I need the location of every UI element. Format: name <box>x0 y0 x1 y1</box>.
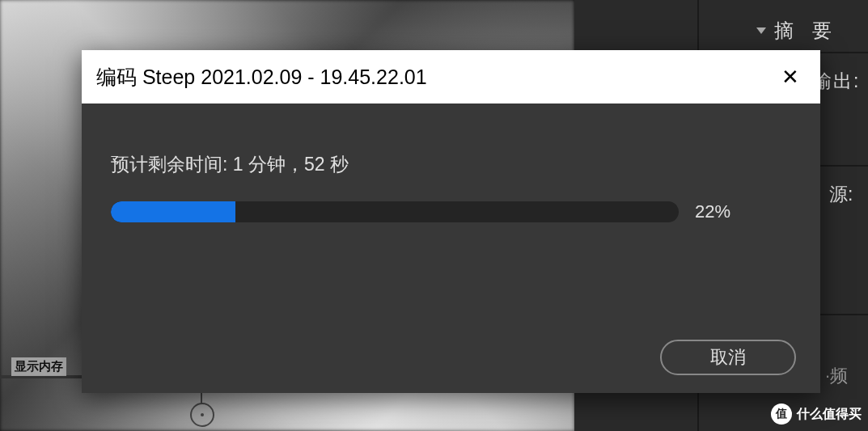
progress-row: 22% <box>111 201 778 222</box>
watermark-text: 什么值得买 <box>797 406 862 423</box>
progress-fill <box>111 201 235 222</box>
source-label: 源: <box>829 182 853 207</box>
dialog-title: 编码 Steep 2021.02.09 - 19.45.22.01 <box>96 64 427 91</box>
cancel-button-label: 取消 <box>710 345 746 370</box>
watermark: 值 什么值得买 <box>771 404 862 425</box>
progress-bar <box>111 201 679 222</box>
dialog-body: 预计剩余时间: 1 分钟，52 秒 22% <box>82 104 820 222</box>
timeline-marker <box>201 392 202 404</box>
timeline-playhead[interactable] <box>190 403 214 427</box>
time-remaining-value: 1 分钟，52 秒 <box>233 154 349 175</box>
time-remaining-text: 预计剩余时间: 1 分钟，52 秒 <box>111 152 778 177</box>
chevron-down-icon <box>756 27 766 34</box>
progress-percent: 22% <box>695 201 730 222</box>
dialog-titlebar[interactable]: 编码 Steep 2021.02.09 - 19.45.22.01 ✕ <box>82 50 820 104</box>
display-memory-label: 显示内存 <box>11 357 66 376</box>
encoding-progress-dialog: 编码 Steep 2021.02.09 - 19.45.22.01 ✕ 预计剩余… <box>82 50 820 393</box>
summary-section[interactable]: 摘 要 <box>756 18 838 44</box>
cancel-button[interactable]: 取消 <box>660 340 796 375</box>
video-label: ·频 <box>825 364 848 388</box>
close-icon[interactable]: ✕ <box>778 65 802 90</box>
summary-label: 摘 要 <box>774 18 838 44</box>
watermark-icon: 值 <box>771 404 792 425</box>
time-remaining-label: 预计剩余时间: <box>111 154 227 175</box>
